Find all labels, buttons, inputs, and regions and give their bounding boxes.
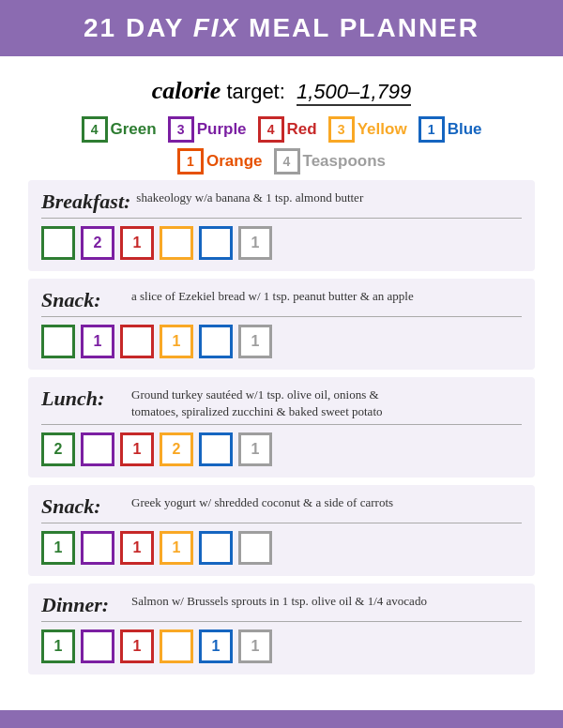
lunch-gray-box: 1	[238, 432, 272, 466]
blue-label: Blue	[448, 120, 482, 139]
container-counts-row1: 4 Green 3 Purple 4 Red 3 Yellow 1 Blue	[28, 116, 535, 143]
green-label: Green	[111, 120, 157, 139]
container-purple: 3 Purple	[168, 116, 247, 143]
lunch-label: Lunch:	[41, 387, 126, 411]
lunch-yellow-box: 2	[160, 432, 193, 466]
breakfast-gray-box: 1	[238, 226, 272, 260]
lunch-blue-box	[199, 432, 233, 466]
orange-box-count: 1	[177, 148, 204, 174]
teaspoons-label: Teaspoons	[303, 152, 386, 171]
snack2-red-box: 1	[120, 531, 154, 565]
lunch-boxes: 2 1 2 1	[41, 432, 522, 466]
container-blue: 1 Blue	[418, 116, 482, 143]
snack1-description: a slice of Ezekiel bread w/ 1 tsp. peanu…	[131, 288, 414, 305]
title-text-2: MEAL PLANNER	[239, 13, 479, 42]
breakfast-boxes: 2 1 1	[41, 226, 522, 260]
breakfast-description: shakeology w/a banana & 1 tsp. almond bu…	[136, 190, 363, 206]
lunch-green-box: 2	[41, 432, 75, 466]
dinner-boxes: 1 1 1 1	[41, 629, 522, 663]
breakfast-green-box	[41, 226, 75, 260]
calorie-word: calorie	[152, 77, 221, 104]
purple-label: Purple	[197, 120, 247, 139]
lunch-section: Lunch: Ground turkey sautéed w/1 tsp. ol…	[28, 377, 535, 478]
yellow-box-count: 3	[328, 116, 355, 143]
page-header: 21 DAY FIX MEAL PLANNER	[0, 0, 563, 56]
red-label: Red	[287, 120, 317, 139]
snack1-yellow-box: 1	[160, 325, 193, 358]
snack1-purple-box: 1	[81, 325, 114, 358]
breakfast-purple-box: 2	[81, 226, 114, 260]
snack2-boxes: 1 1 1	[41, 531, 522, 565]
dinner-description: Salmon w/ Brussels sprouts in 1 tsp. oli…	[131, 593, 427, 610]
container-teaspoons: 4 Teaspoons	[274, 148, 386, 174]
target-label: target:	[226, 80, 284, 103]
snack2-header: Snack: Greek yogurt w/ shredded coconut …	[41, 494, 522, 523]
green-box-count: 4	[82, 116, 108, 143]
breakfast-header: Breakfast: shakeology w/a banana & 1 tsp…	[41, 190, 522, 219]
lunch-red-box: 1	[120, 432, 154, 466]
snack2-label: Snack:	[41, 494, 126, 519]
snack1-green-box	[41, 325, 75, 358]
breakfast-red-box: 1	[120, 226, 154, 260]
orange-label: Orange	[206, 152, 263, 171]
blue-box-count: 1	[418, 116, 445, 143]
breakfast-yellow-box	[160, 226, 193, 260]
container-green: 4 Green	[82, 116, 157, 143]
dinner-red-box: 1	[120, 629, 154, 663]
target-value: 1,500–1,799	[297, 80, 411, 106]
snack2-purple-box	[81, 531, 114, 565]
dinner-green-box: 1	[41, 629, 75, 663]
container-counts-row2: 1 Orange 4 Teaspoons	[28, 148, 535, 174]
snack1-label: Snack:	[41, 288, 126, 312]
dinner-gray-box: 1	[238, 629, 272, 663]
title-text-1: 21 DAY	[84, 13, 193, 42]
red-box-count: 4	[258, 116, 284, 143]
purple-box-count: 3	[168, 116, 194, 143]
snack2-description: Greek yogurt w/ shredded coconut & a sid…	[131, 494, 393, 511]
breakfast-label: Breakfast:	[41, 190, 130, 214]
snack2-gray-box	[238, 531, 272, 565]
container-red: 4 Red	[258, 116, 317, 143]
lunch-description: Ground turkey sautéed w/1 tsp. olive oil…	[131, 387, 383, 420]
snack2-green-box: 1	[41, 531, 75, 565]
dinner-section: Dinner: Salmon w/ Brussels sprouts in 1 …	[28, 584, 535, 675]
dinner-header: Dinner: Salmon w/ Brussels sprouts in 1 …	[41, 593, 522, 622]
title-fix: FIX	[193, 13, 240, 42]
dinner-purple-box	[81, 629, 114, 663]
breakfast-blue-box	[199, 226, 233, 260]
snack1-red-box	[120, 325, 154, 358]
snack2-section: Snack: Greek yogurt w/ shredded coconut …	[28, 485, 535, 576]
main-content: calorie target: 1,500–1,799 4 Green 3 Pu…	[0, 56, 563, 701]
lunch-purple-box	[81, 432, 114, 466]
snack1-gray-box: 1	[238, 325, 272, 358]
snack1-header: Snack: a slice of Ezekiel bread w/ 1 tsp…	[41, 288, 522, 317]
teaspoons-box-count: 4	[274, 148, 300, 174]
snack2-blue-box	[199, 531, 233, 565]
dinner-yellow-box	[160, 629, 193, 663]
container-yellow: 3 Yellow	[328, 116, 407, 143]
footer-bar	[0, 710, 563, 728]
dinner-blue-box: 1	[199, 629, 233, 663]
breakfast-section: Breakfast: shakeology w/a banana & 1 tsp…	[28, 180, 535, 271]
yellow-label: Yellow	[358, 120, 407, 139]
container-orange: 1 Orange	[177, 148, 263, 174]
snack1-section: Snack: a slice of Ezekiel bread w/ 1 tsp…	[28, 279, 535, 370]
dinner-label: Dinner:	[41, 593, 126, 617]
snack1-boxes: 1 1 1	[41, 325, 522, 358]
calorie-target-section: calorie target: 1,500–1,799	[28, 77, 535, 105]
page-title: 21 DAY FIX MEAL PLANNER	[19, 13, 544, 43]
snack1-blue-box	[199, 325, 233, 358]
snack2-yellow-box: 1	[160, 531, 193, 565]
lunch-header: Lunch: Ground turkey sautéed w/1 tsp. ol…	[41, 387, 522, 425]
